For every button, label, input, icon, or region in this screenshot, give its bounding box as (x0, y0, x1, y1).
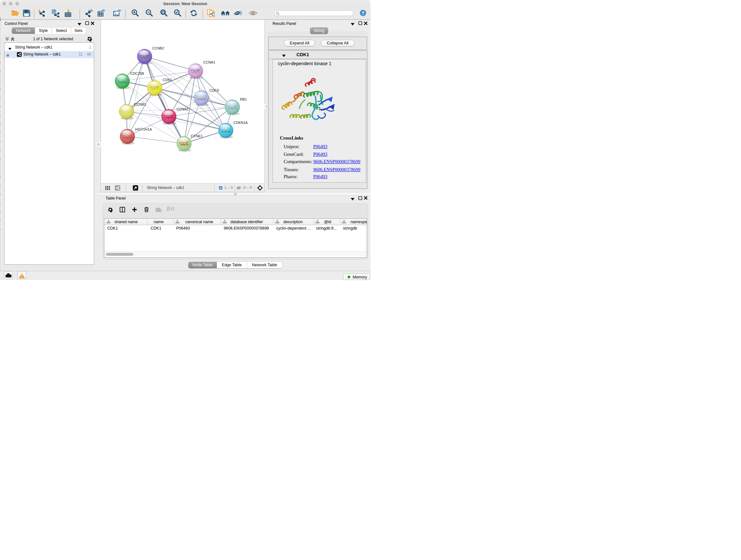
clone-network-icon[interactable] (207, 9, 215, 17)
scrollbar-thumb[interactable] (106, 253, 133, 256)
control-panel-collapse-button[interactable] (77, 22, 81, 26)
network-options-gear-icon[interactable] (87, 36, 92, 43)
network-node[interactable]: CDKN1A (219, 121, 248, 138)
table-cell[interactable]: CDK1 (107, 226, 118, 231)
selected-checkbox[interactable] (219, 186, 222, 191)
birdseye-crosshair-icon[interactable] (257, 185, 263, 192)
open-session-icon[interactable] (11, 9, 19, 17)
control-panel-close-button[interactable] (91, 21, 94, 26)
grid-view-icon[interactable] (105, 186, 110, 191)
table-horizontal-scrollbar[interactable] (105, 251, 367, 256)
network-node[interactable]: CCNB1 (119, 103, 146, 120)
results-panel-close-button[interactable] (364, 21, 367, 26)
tab-string[interactable]: String (310, 27, 328, 34)
delete-table-icon[interactable] (156, 208, 162, 213)
gene-disclosure-triangle[interactable] (282, 54, 286, 58)
column-header[interactable]: database identifier (227, 220, 266, 224)
crosslink-anchor[interactable]: 9606.ENSP00000378699 (313, 159, 360, 164)
network-node[interactable]: RB1 (225, 98, 247, 115)
network-type-icon (17, 52, 22, 58)
tab-node-table[interactable]: Node Table (188, 262, 217, 268)
network-view-share-icon[interactable] (115, 185, 120, 192)
return-home-icon[interactable] (220, 9, 230, 17)
column-header[interactable]: description (274, 220, 312, 224)
crosslink-anchor[interactable]: P06493 (313, 152, 327, 157)
show-columns-icon[interactable] (120, 207, 125, 213)
add-column-icon[interactable] (132, 207, 137, 213)
toolbar-separator (125, 10, 126, 18)
crosslink-anchor[interactable]: P06493 (313, 174, 327, 179)
column-separator[interactable] (174, 219, 174, 225)
table-panel-float-button[interactable] (358, 196, 362, 201)
column-separator[interactable] (273, 219, 273, 225)
table-options-gear-icon[interactable] (108, 207, 113, 213)
column-separator[interactable] (221, 219, 221, 225)
export-image-icon[interactable] (113, 9, 122, 17)
toolbar-separator (34, 10, 35, 18)
zoom-fit-icon[interactable] (159, 9, 168, 17)
refresh-view-icon[interactable] (190, 9, 198, 17)
table-cell[interactable]: P06493 (176, 226, 190, 231)
import-table-file-icon[interactable] (64, 9, 72, 17)
column-header[interactable]: @id (309, 220, 347, 224)
function-builder-icon[interactable]: f(x) (167, 205, 175, 212)
network-node[interactable]: CCNA2 (161, 107, 188, 125)
cloud-status-button[interactable] (4, 272, 13, 279)
gene-section-header[interactable]: CDK1 (269, 51, 367, 59)
gene-section: CDK1 cyclin-dependent kinase 1 CrossLink… (268, 51, 367, 189)
column-header[interactable]: name (139, 220, 178, 224)
table-panel-close-button[interactable] (364, 196, 367, 201)
network-node[interactable]: CCNA1 (188, 60, 215, 79)
tab-edge-table[interactable]: Edge Table (217, 262, 247, 268)
tab-sets[interactable]: Sets (71, 27, 86, 34)
toolbar-separator (214, 185, 215, 191)
network-node[interactable]: HIST1H1A (120, 127, 152, 145)
zoom-in-icon[interactable] (131, 9, 139, 17)
search-input[interactable] (274, 10, 354, 16)
hide-selected-icon[interactable] (234, 9, 243, 17)
table-cell[interactable]: stringdb (343, 226, 357, 231)
splitter-handle[interactable] (234, 193, 237, 196)
tab-network[interactable]: Network (12, 27, 35, 34)
table-cell[interactable]: stringdb:9... (316, 226, 337, 231)
network-collection-row[interactable]: String Network – cdk1 1 (4, 44, 94, 51)
table-cell[interactable]: CDK1 (151, 226, 161, 231)
results-panel-collapse-button[interactable] (351, 22, 354, 26)
detach-view-icon[interactable] (133, 185, 138, 192)
gene-description: cyclin-dependent kinase 1 (278, 61, 332, 66)
import-network-database-icon[interactable] (51, 9, 60, 17)
results-panel-float-button[interactable] (358, 21, 362, 26)
help-button[interactable]: ? (360, 10, 366, 17)
network-status-dot (6, 53, 9, 58)
memory-status-button[interactable]: Memory (343, 273, 370, 280)
expand-all-button[interactable]: Expand All (284, 40, 315, 46)
tab-select[interactable]: Select (52, 27, 71, 34)
left-splitter-handle[interactable] (97, 143, 100, 146)
column-header[interactable]: canonical name (180, 220, 218, 224)
table-cell[interactable]: 9606.ENSP00000378699 (224, 226, 269, 231)
zoom-selected-icon[interactable] (173, 9, 182, 17)
collection-name: String Network – cdk1 (15, 45, 52, 50)
crosslink-anchor[interactable]: P06493 (313, 144, 327, 149)
crosslink-anchor[interactable]: 9606.ENSP00000378699 (313, 167, 360, 172)
save-session-icon[interactable] (23, 9, 30, 17)
export-network-icon[interactable] (85, 9, 94, 17)
control-panel-float-button[interactable] (85, 21, 89, 26)
network-row-selected[interactable]: String Network – cdk1 11 48 (4, 51, 94, 58)
tab-style[interactable]: Style (35, 27, 52, 34)
column-header[interactable]: namespace (350, 220, 367, 224)
show-all-icon[interactable] (249, 10, 258, 16)
collapse-all-button[interactable]: Collapse All (321, 40, 354, 46)
collection-disclosure-triangle[interactable] (8, 47, 11, 51)
import-network-file-icon[interactable] (37, 9, 46, 17)
tab-network-table[interactable]: Network Table (247, 262, 282, 268)
network-view[interactable]: CCNB2CCNA1CDC25BCDK1CDC6RB1CCNB1CCNA2CDK… (100, 20, 265, 183)
crosslink-link: P06493 (313, 144, 327, 149)
delete-column-icon[interactable] (144, 206, 149, 213)
table-panel-collapse-button[interactable] (351, 197, 354, 201)
zoom-out-icon[interactable] (145, 9, 153, 17)
warning-status-button[interactable] (17, 272, 26, 279)
export-table-icon[interactable] (97, 9, 106, 17)
table-cell[interactable]: cyclin-dependent ... (276, 226, 311, 231)
horizontal-splitter[interactable] (97, 192, 370, 195)
